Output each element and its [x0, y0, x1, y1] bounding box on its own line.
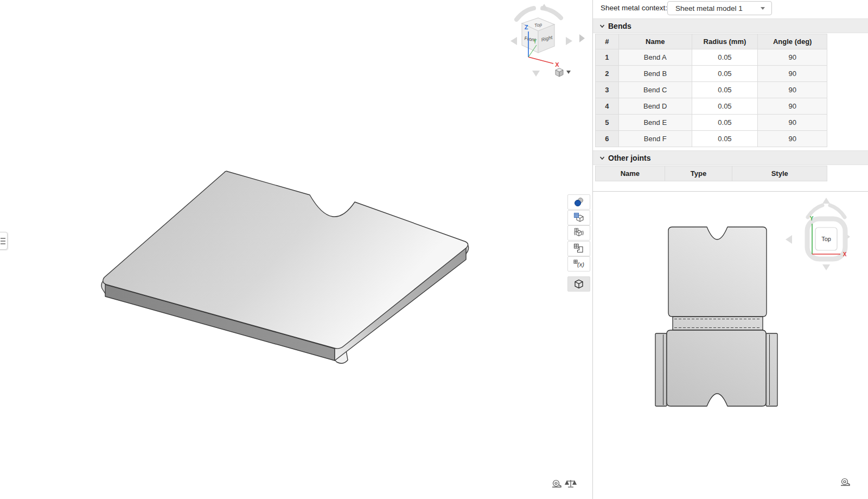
feature-list-flyout-tab[interactable] [0, 232, 8, 250]
bend-angle[interactable]: 90 [758, 115, 827, 131]
main-3d-viewport[interactable]: Top Front Right Z X Y [0, 0, 592, 499]
flat-bend-web[interactable] [673, 317, 763, 330]
z-axis-label: Z [525, 24, 528, 30]
flat-pattern-icon [573, 243, 584, 254]
x-axis-label: X [843, 251, 847, 257]
col-header-name: Name [619, 34, 692, 49]
bend-angle[interactable]: 90 [758, 82, 827, 98]
fold-preview-icon [573, 228, 584, 238]
bends-section-header[interactable]: Bends [593, 18, 868, 33]
bends-table-header: # Name Radius (mm) Angle (deg) [595, 34, 827, 49]
flat-left-flange[interactable] [655, 333, 667, 406]
bend-angle[interactable]: 90 [758, 131, 827, 147]
measure-tool-icon[interactable] [552, 481, 561, 488]
flat-pattern-button[interactable] [567, 241, 590, 256]
table-row[interactable]: 6 Bend F 0.05 90 [595, 131, 827, 147]
bend-radius[interactable]: 0.05 [692, 82, 758, 98]
view-options-cube-icon[interactable] [556, 68, 563, 77]
rotate-arc-right-icon[interactable] [830, 205, 845, 217]
other-joints-section-header[interactable]: Other joints [593, 150, 868, 165]
bend-angle[interactable]: 90 [758, 66, 827, 82]
bend-radius[interactable]: 0.05 [692, 131, 758, 147]
flat-and-3d-icon [573, 212, 584, 223]
panel-vertical-divider[interactable] [592, 0, 593, 499]
bend-callouts-icon: (x) [573, 258, 585, 269]
table-row[interactable]: 4 Bend D 0.05 90 [595, 98, 827, 115]
bends-section-title: Bends [608, 22, 631, 30]
rotate-right-icon[interactable] [566, 37, 572, 45]
sheet-metal-context-value: Sheet metal model 1 [668, 4, 761, 12]
bend-name[interactable]: Bend B [619, 66, 692, 82]
bend-num: 2 [596, 66, 619, 82]
sheet-metal-context-label: Sheet metal context: [601, 4, 667, 12]
rotate-left-icon[interactable] [786, 235, 792, 244]
isometric-view-button[interactable] [567, 276, 590, 292]
flat-right-flange[interactable] [766, 333, 777, 406]
col-header-style: Style [732, 166, 827, 181]
bend-name[interactable]: Bend D [619, 98, 692, 115]
bend-num: 1 [596, 49, 619, 66]
other-joints-table-header: Name Type Style [595, 166, 827, 181]
bend-num: 4 [596, 98, 619, 115]
bend-radius[interactable]: 0.05 [692, 66, 758, 82]
table-row[interactable]: 2 Bend B 0.05 90 [595, 66, 827, 82]
col-header-radius: Radius (mm) [692, 34, 758, 49]
bend-num: 5 [596, 115, 619, 131]
sheet-metal-part-3d[interactable] [101, 171, 469, 363]
bend-num: 3 [596, 82, 619, 98]
chevron-down-icon [599, 155, 605, 161]
bend-angle[interactable]: 90 [758, 49, 827, 66]
y-axis-label: Y [810, 216, 814, 222]
fold-preview-button[interactable] [567, 225, 590, 241]
rotate-down-icon[interactable] [532, 71, 540, 77]
col-header-num: # [596, 34, 619, 49]
viewcube-top-label: Top [821, 236, 831, 242]
flat-lower-plate[interactable] [667, 330, 766, 406]
bend-num: 6 [596, 131, 619, 147]
flat-and-3d-button[interactable] [567, 210, 590, 225]
svg-text:(x): (x) [577, 261, 584, 268]
col-header-name: Name [596, 166, 665, 181]
rotate-arc-left-icon[interactable] [516, 8, 534, 20]
bend-callouts-button[interactable]: (x) [567, 256, 590, 271]
other-joints-section-title: Other joints [608, 154, 651, 162]
rotate-up-icon[interactable] [822, 198, 830, 204]
bend-radius[interactable]: 0.05 [692, 49, 758, 66]
rotate-down-icon[interactable] [822, 264, 830, 270]
view-options-caret-icon[interactable] [566, 71, 571, 74]
rotate-left-icon[interactable] [510, 37, 517, 45]
bend-angle[interactable]: 90 [758, 98, 827, 115]
flat-pattern-viewport[interactable]: Top Y X [593, 192, 868, 499]
bend-radius[interactable]: 0.05 [692, 115, 758, 131]
shaded-appearance-button[interactable] [567, 194, 590, 210]
list-icon [1, 238, 5, 239]
table-row[interactable]: 3 Bend C 0.05 90 [595, 82, 827, 98]
isometric-view-icon [573, 279, 584, 289]
bend-radius[interactable]: 0.05 [692, 98, 758, 115]
x-axis-label: X [555, 61, 559, 68]
bend-name[interactable]: Bend F [619, 131, 692, 147]
bend-name[interactable]: Bend A [619, 49, 692, 66]
mass-properties-icon[interactable] [565, 480, 576, 487]
x-axis [528, 57, 553, 64]
flat-upper-plate[interactable] [668, 227, 767, 317]
panel-horizontal-divider[interactable] [593, 191, 868, 192]
view-cube-main[interactable]: Top Front Right Z X Y [510, 4, 572, 77]
bend-name[interactable]: Bend C [619, 82, 692, 98]
table-row[interactable]: 5 Bend E 0.05 90 [595, 115, 827, 131]
view-cube-flat[interactable]: Top Y X [786, 198, 850, 270]
flat-pattern-part[interactable] [655, 227, 777, 406]
panel-collapse-arrow-icon[interactable] [579, 34, 585, 42]
shaded-appearance-icon [573, 197, 584, 207]
col-header-type: Type [665, 166, 733, 181]
col-header-angle: Angle (deg) [758, 34, 827, 49]
table-row[interactable]: 1 Bend A 0.05 90 [595, 49, 827, 66]
dropdown-caret-icon [761, 7, 765, 10]
bend-name[interactable]: Bend E [619, 115, 692, 131]
measure-tool-icon[interactable] [841, 479, 850, 486]
sheet-metal-context-select[interactable]: Sheet metal model 1 [667, 1, 772, 15]
part-top-face[interactable] [103, 171, 468, 349]
y-axis-label: Y [533, 39, 537, 45]
chevron-down-icon [599, 23, 605, 29]
